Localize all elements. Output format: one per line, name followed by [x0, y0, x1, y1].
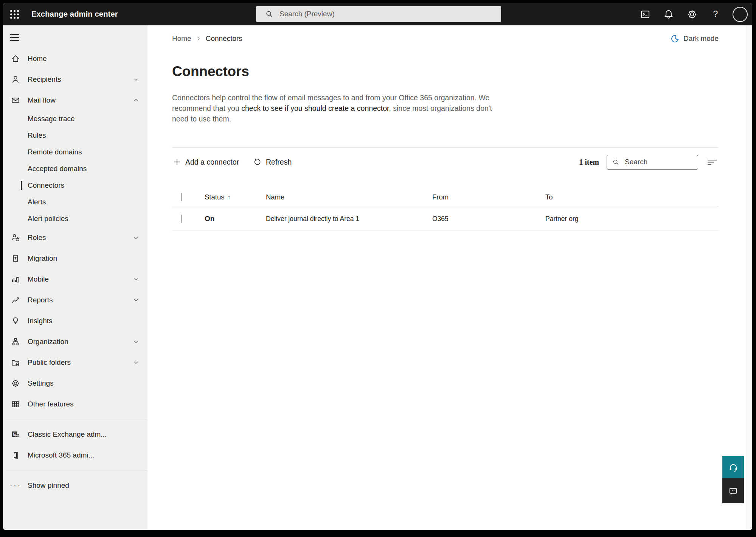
breadcrumb-home-link[interactable]: Home	[172, 34, 191, 43]
topbar-icon-group: ?	[639, 3, 748, 25]
sidebar-item-organization[interactable]: Organization	[3, 331, 147, 352]
sidebar-item-alerts[interactable]: Alerts	[3, 194, 147, 210]
chevron-down-icon	[133, 276, 139, 282]
help-support-button[interactable]	[722, 456, 744, 478]
sidebar-item-roles[interactable]: Roles	[3, 227, 147, 248]
sidebar-item-label: Migration	[28, 254, 57, 263]
ellipsis-icon: ···	[11, 481, 20, 490]
sidebar-item-alert-policies[interactable]: Alert policies	[3, 210, 147, 227]
sidebar-item-remote-domains[interactable]: Remote domains	[3, 144, 147, 160]
sidebar-item-home[interactable]: Home	[3, 48, 147, 69]
row-checkbox[interactable]	[181, 215, 182, 223]
sidebar-item-mobile[interactable]: Mobile	[3, 269, 147, 290]
sidebar-item-migration[interactable]: Migration	[3, 248, 147, 269]
sidebar-item-classic-exchange-admin[interactable]: E Classic Exchange adm...	[3, 424, 147, 445]
sidebar-item-message-trace[interactable]: Message trace	[3, 111, 147, 127]
connectors-table: Status ↑ Name From To On Deliver journal…	[172, 188, 719, 231]
sidebar-item-label: Roles	[28, 233, 46, 242]
sidebar-divider	[6, 470, 147, 470]
sidebar-item-insights[interactable]: Insights	[3, 310, 147, 331]
list-toolbar: Add a connector Refresh 1 item	[172, 148, 719, 170]
home-icon	[11, 54, 20, 64]
sidebar-item-settings[interactable]: Settings	[3, 373, 147, 394]
vertical-scrollbar[interactable]	[746, 25, 752, 530]
sidebar-item-recipients[interactable]: Recipients	[3, 69, 147, 90]
row-from: O365	[432, 215, 545, 223]
microsoft-365-logo-icon	[11, 450, 20, 460]
sidebar-item-microsoft-365-admin[interactable]: Microsoft 365 admi...	[3, 445, 147, 465]
powershell-terminal-icon[interactable]	[639, 8, 652, 21]
row-name[interactable]: Deliver journal directly to Area 1	[266, 215, 432, 223]
column-header-name[interactable]: Name	[266, 193, 432, 201]
sidebar-item-rules[interactable]: Rules	[3, 127, 147, 144]
add-connector-button[interactable]: Add a connector	[172, 156, 243, 169]
app-title: Exchange admin center	[31, 10, 118, 19]
column-header-status[interactable]: Status	[205, 193, 224, 201]
sidebar-item-label: Public folders	[28, 358, 71, 367]
sidebar-item-label: Insights	[28, 317, 52, 325]
sidebar-item-label: Organization	[28, 338, 68, 346]
help-icon[interactable]: ?	[709, 8, 722, 21]
global-search-input[interactable]	[279, 9, 477, 19]
column-header-from[interactable]: From	[432, 193, 545, 201]
org-tree-icon	[11, 337, 20, 347]
sidebar-item-label: Alerts	[28, 198, 46, 206]
list-search-input[interactable]	[624, 157, 690, 167]
refresh-button[interactable]: Refresh	[253, 156, 295, 169]
chevron-down-icon	[133, 359, 139, 366]
select-all-checkbox[interactable]	[181, 193, 182, 201]
chevron-down-icon	[133, 297, 139, 303]
exchange-admin-window: Exchange admin center ?	[3, 3, 752, 530]
sidebar-item-label: Other features	[28, 400, 73, 408]
main-content: Home Connectors Dark mode	[147, 25, 752, 530]
hamburger-menu-icon[interactable]	[3, 30, 147, 45]
item-count: 1 item	[579, 158, 599, 167]
floating-buttons	[722, 456, 744, 503]
feedback-button[interactable]	[722, 478, 744, 503]
table-grid-icon	[11, 399, 20, 409]
breadcrumb-chevron-icon	[196, 36, 201, 41]
add-connector-label: Add a connector	[185, 158, 239, 167]
table-row[interactable]: On Deliver journal directly to Area 1 O3…	[172, 207, 719, 231]
moon-icon	[670, 34, 679, 44]
headset-icon	[728, 462, 739, 473]
global-search[interactable]	[256, 6, 501, 22]
column-header-to[interactable]: To	[545, 193, 719, 201]
plus-icon	[173, 158, 181, 166]
sidebar-nav: Home Recipients Mail flow	[3, 25, 147, 530]
sidebar-item-label: Message trace	[28, 115, 75, 123]
settings-gear-icon[interactable]	[686, 8, 699, 21]
top-app-bar: Exchange admin center ?	[3, 3, 752, 25]
dark-mode-toggle[interactable]: Dark mode	[670, 34, 719, 44]
roles-person-badge-icon	[11, 233, 20, 243]
exchange-logo-icon: E	[11, 430, 20, 439]
sidebar-item-label: Home	[28, 54, 47, 63]
sidebar-item-label: Accepted domains	[28, 165, 87, 173]
reports-chart-icon	[11, 295, 20, 305]
mail-icon	[11, 95, 20, 105]
list-search-box[interactable]	[607, 155, 698, 170]
migration-document-icon	[11, 254, 20, 263]
description-emphasis-link[interactable]: check to see if you should create a conn…	[241, 104, 389, 112]
account-avatar[interactable]	[733, 7, 748, 22]
search-icon	[612, 159, 619, 166]
mobile-stats-icon	[11, 274, 20, 284]
sidebar-item-label: Alert policies	[28, 215, 68, 223]
sidebar-item-reports[interactable]: Reports	[3, 290, 147, 310]
breadcrumb: Home Connectors	[172, 34, 242, 43]
search-icon	[265, 10, 273, 18]
sort-ascending-icon: ↑	[227, 194, 230, 201]
sidebar-item-label: Remote domains	[28, 148, 82, 156]
sidebar-item-public-folders[interactable]: Public folders	[3, 352, 147, 373]
notifications-bell-icon[interactable]	[662, 8, 675, 21]
sidebar-item-connectors[interactable]: Connectors	[3, 177, 147, 194]
filter-icon[interactable]	[706, 156, 719, 168]
sidebar-item-other-features[interactable]: Other features	[3, 394, 147, 414]
sidebar-item-mail-flow[interactable]: Mail flow	[3, 90, 147, 111]
person-icon	[11, 75, 20, 84]
sidebar-item-label: Microsoft 365 admi...	[28, 451, 94, 459]
sidebar-item-show-pinned[interactable]: ··· Show pinned	[3, 475, 147, 496]
sidebar-item-label: Show pinned	[28, 481, 69, 490]
sidebar-item-accepted-domains[interactable]: Accepted domains	[3, 160, 147, 177]
app-launcher-icon[interactable]	[10, 10, 19, 19]
